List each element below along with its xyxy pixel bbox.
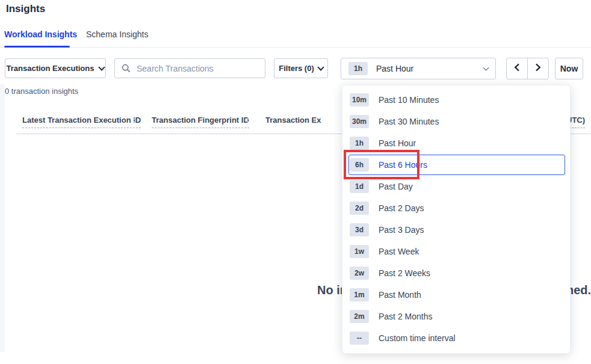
time-option-badge: 2w xyxy=(350,267,369,280)
chevron-down-icon xyxy=(99,64,105,70)
time-option-past-2-days[interactable]: 2d Past 2 Days xyxy=(342,197,570,219)
time-option-label: Custom time interval xyxy=(379,333,456,343)
time-option-label: Past 2 Months xyxy=(379,312,433,321)
time-range-pager xyxy=(506,58,549,79)
time-option-custom-time-interval[interactable]: -- Custom time interval xyxy=(342,327,570,349)
time-option-badge: 1h xyxy=(350,137,369,150)
search-input[interactable] xyxy=(114,58,265,78)
time-option-label: Past 10 Minutes xyxy=(379,95,439,105)
time-option-past-3-days[interactable]: 3d Past 3 Days xyxy=(342,219,570,241)
time-option-past-10-minutes[interactable]: 10m Past 10 Minutes xyxy=(342,89,570,111)
time-interval-badge: 1h xyxy=(348,62,368,75)
tab-schema-insights[interactable]: Schema Insights xyxy=(86,29,149,39)
time-option-label: Past Day xyxy=(379,182,413,191)
time-option-label: Past 30 Minutes xyxy=(379,117,439,126)
time-option-badge: -- xyxy=(350,332,369,345)
search-icon xyxy=(122,64,131,75)
tabbar-divider xyxy=(0,47,591,48)
time-option-label: Past Week xyxy=(379,247,419,256)
time-interval-label: Past Hour xyxy=(376,64,413,73)
annotation-highlight-box xyxy=(344,150,419,179)
time-option-label: Past 3 Days xyxy=(379,225,424,235)
column-header-label: Latest Transaction Execution ID xyxy=(22,116,141,128)
tab-workload-insights[interactable]: Workload Insights xyxy=(4,29,77,39)
page-gutter xyxy=(0,84,5,352)
page-title: Insights xyxy=(6,3,45,15)
time-option-label: Past Month xyxy=(379,290,421,300)
column-header-latest-transaction-execution-id[interactable]: Latest Transaction Execution ID xyxy=(22,116,141,128)
results-summary: 0 transaction insights xyxy=(5,87,78,96)
time-option-badge: 10m xyxy=(350,93,369,106)
chevron-left-icon xyxy=(513,63,521,75)
workload-type-select-label: Transaction Executions xyxy=(7,64,94,73)
search-container xyxy=(114,58,265,78)
time-option-past-week[interactable]: 1w Past Week xyxy=(342,241,570,262)
time-option-badge: 2d xyxy=(350,202,369,215)
time-interval-dropdown-menu: 10m Past 10 Minutes 30m Past 30 Minutes … xyxy=(342,85,571,354)
previous-range-button[interactable] xyxy=(507,58,527,79)
time-option-badge: 3d xyxy=(350,223,369,236)
column-header-label: Transaction Ex xyxy=(265,116,321,128)
time-option-label: Past 2 Weeks xyxy=(379,268,430,278)
sort-toggle-icon[interactable]: ▲▼ xyxy=(246,117,250,124)
workload-type-select[interactable]: Transaction Executions xyxy=(5,58,106,78)
time-option-past-2-months[interactable]: 2m Past 2 Months xyxy=(342,306,570,327)
filters-button-label: Filters (0) xyxy=(279,64,314,73)
time-option-label: Past 2 Days xyxy=(379,203,424,213)
now-button[interactable]: Now xyxy=(555,58,583,79)
time-option-badge: 2m xyxy=(350,310,369,323)
now-button-label: Now xyxy=(560,64,578,73)
time-option-badge: 30m xyxy=(350,115,369,128)
time-option-badge: 1d xyxy=(350,180,369,193)
filters-button[interactable]: Filters (0) xyxy=(274,58,328,78)
time-option-badge: 1m xyxy=(350,288,369,301)
chevron-down-icon xyxy=(483,64,489,70)
chevron-down-icon xyxy=(317,64,324,70)
time-option-past-2-weeks[interactable]: 2w Past 2 Weeks xyxy=(342,262,570,284)
column-header-label: Transaction Fingerprint ID xyxy=(152,116,249,128)
active-tab-underline xyxy=(4,46,70,48)
time-option-label: Past Hour xyxy=(379,138,416,148)
time-option-past-month[interactable]: 1m Past Month xyxy=(342,284,570,306)
time-option-badge: 1w xyxy=(350,245,369,258)
time-option-past-30-minutes[interactable]: 30m Past 30 Minutes xyxy=(342,111,570,132)
time-interval-select[interactable]: 1h Past Hour xyxy=(341,58,496,79)
column-header-transaction-fingerprint-id[interactable]: Transaction Fingerprint ID xyxy=(152,116,249,128)
next-range-button[interactable] xyxy=(527,58,548,79)
sort-toggle-icon[interactable]: ▲▼ xyxy=(132,117,137,124)
chevron-right-icon xyxy=(534,63,542,75)
column-header-transaction-execution-truncated[interactable]: Transaction Ex xyxy=(265,116,321,128)
